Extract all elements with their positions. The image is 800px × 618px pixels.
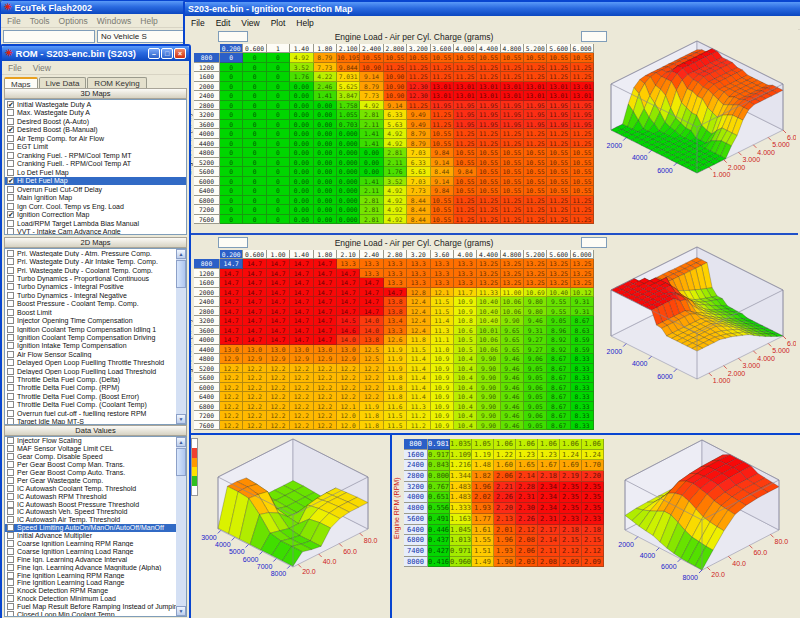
cell[interactable]: 2.35 — [560, 503, 582, 514]
cell[interactable]: 1.109 — [450, 450, 472, 461]
cell[interactable]: 10.55 — [407, 53, 430, 63]
list-item[interactable]: Max. Wastegate Duty A — [5, 109, 186, 118]
cell[interactable]: 10.55 — [524, 148, 547, 158]
cell[interactable]: 12.9 — [314, 354, 337, 364]
checkbox[interactable] — [7, 143, 14, 150]
row-header-cell[interactable]: 5600 — [194, 167, 220, 177]
cell[interactable]: 8.59 — [571, 345, 594, 355]
cell[interactable]: 10.9 — [431, 402, 454, 412]
list-item[interactable]: EGT Limit — [5, 143, 186, 152]
cell[interactable]: 14.7 — [220, 316, 243, 326]
cell[interactable]: 14.7 — [290, 307, 313, 317]
cell[interactable]: 11.25 — [454, 139, 477, 149]
cell[interactable]: 12.2 — [290, 421, 313, 431]
cell[interactable]: 0.00 — [290, 129, 313, 139]
cell[interactable]: 13.01 — [501, 91, 524, 101]
row-header-cell[interactable]: 5200 — [194, 158, 220, 168]
row-header-cell[interactable]: 1200 — [194, 63, 220, 73]
cell[interactable]: 7.03 — [407, 177, 430, 187]
cell[interactable]: 11.25 — [524, 215, 547, 225]
cell[interactable]: 10.55 — [454, 148, 477, 158]
cell[interactable]: 9.14 — [360, 72, 383, 82]
cell[interactable]: 14.7 — [337, 297, 360, 307]
row-header-cell[interactable]: 7200 — [194, 411, 220, 421]
col-header-cell[interactable]: 4.800 — [501, 44, 524, 53]
cell[interactable]: 10.90 — [384, 91, 407, 101]
cell[interactable]: 13.25 — [501, 278, 524, 288]
cell[interactable]: 1.93 — [472, 503, 494, 514]
cell[interactable]: 10.55 — [454, 177, 477, 187]
list-item[interactable]: MAF Sensor Voltage Limit CEL — [5, 445, 186, 453]
row-header-cell[interactable]: 3200 — [194, 110, 220, 120]
cell[interactable]: 4.92 — [360, 101, 383, 111]
cell[interactable]: 10.55 — [571, 148, 594, 158]
cell[interactable]: 11.9 — [384, 364, 407, 374]
cell[interactable]: 10.55 — [524, 53, 547, 63]
cell[interactable]: 9.06 — [524, 354, 547, 364]
cell[interactable]: 0 — [243, 63, 266, 73]
cell[interactable]: 14.7 — [243, 307, 266, 317]
cell[interactable]: 10.55 — [501, 158, 524, 168]
cell[interactable]: 12.4 — [407, 316, 430, 326]
checkbox[interactable] — [7, 376, 14, 383]
checkbox[interactable] — [7, 453, 14, 460]
cell[interactable]: 14.7 — [220, 278, 243, 288]
col-header-cell[interactable]: 2.800 — [384, 44, 407, 53]
cell[interactable]: 5.63 — [407, 167, 430, 177]
row-header-cell[interactable]: 6400 — [404, 525, 428, 536]
checkbox[interactable]: ✔ — [7, 126, 14, 133]
cell[interactable]: 11.25 — [547, 215, 570, 225]
maximize-button[interactable]: □ — [161, 48, 173, 59]
cell[interactable]: 1.76 — [290, 72, 313, 82]
cell[interactable]: 0.000 — [337, 139, 360, 149]
cell[interactable]: 11.25 — [431, 72, 454, 82]
cell[interactable]: 14.7 — [290, 288, 313, 298]
row-header-cell[interactable]: 1600 — [194, 278, 220, 288]
cell[interactable]: 14.7 — [243, 288, 266, 298]
cell[interactable]: 14.7 — [384, 288, 407, 298]
list-item[interactable]: Ign Corr. Cool. Temp vs Eng. Load — [5, 202, 186, 211]
cell[interactable]: 10.55 — [501, 186, 524, 196]
cell[interactable]: 0.00 — [360, 148, 383, 158]
cell[interactable]: 11.25 — [547, 205, 570, 215]
cell[interactable]: 14.7 — [360, 307, 383, 317]
cell[interactable]: 2.81 — [384, 148, 407, 158]
cell[interactable]: 10.55 — [547, 177, 570, 187]
cell[interactable]: 9.46 — [501, 373, 524, 383]
cell[interactable]: 4.22 — [314, 72, 337, 82]
checkbox[interactable] — [7, 275, 14, 282]
cell[interactable]: 12.2 — [243, 373, 266, 383]
cell[interactable]: 0 — [220, 205, 243, 215]
cell[interactable]: 10.55 — [501, 53, 524, 63]
cell[interactable]: 1.483 — [450, 492, 472, 503]
cell[interactable]: 0 — [267, 148, 290, 158]
cell[interactable]: 1.758 — [337, 101, 360, 111]
cell[interactable]: 9.90 — [477, 402, 500, 412]
cell-value-box[interactable] — [218, 237, 248, 248]
cell[interactable]: 13.3 — [360, 269, 383, 279]
cell[interactable]: 8.33 — [571, 354, 594, 364]
cell[interactable]: 7.03 — [407, 148, 430, 158]
cell[interactable]: 9.65 — [501, 345, 524, 355]
cell[interactable]: 14.7 — [290, 259, 313, 269]
cell[interactable]: 0 — [243, 82, 266, 92]
row-header-cell[interactable]: 5600 — [404, 514, 428, 525]
cell[interactable]: 0 — [267, 91, 290, 101]
cell[interactable]: 0 — [243, 91, 266, 101]
cell[interactable]: 11.25 — [477, 215, 500, 225]
cell[interactable]: 2.14 — [516, 471, 538, 482]
cell[interactable]: 10.55 — [547, 158, 570, 168]
checkbox[interactable] — [7, 501, 14, 508]
cell[interactable]: 13.8 — [384, 297, 407, 307]
cell[interactable]: 9.06 — [524, 411, 547, 421]
menu-item-file[interactable]: File — [7, 16, 21, 26]
cell[interactable]: 14.7 — [337, 307, 360, 317]
cell[interactable]: 0.00 — [314, 148, 337, 158]
cell[interactable]: 7.73 — [360, 91, 383, 101]
row-header-cell[interactable]: 5200 — [194, 364, 220, 374]
cell[interactable]: 8.67 — [571, 316, 594, 326]
cell[interactable]: 10.06 — [501, 307, 524, 317]
cell[interactable]: 12.2 — [220, 364, 243, 374]
cell[interactable]: 8.79 — [314, 53, 337, 63]
cell[interactable]: 11.25 — [477, 72, 500, 82]
